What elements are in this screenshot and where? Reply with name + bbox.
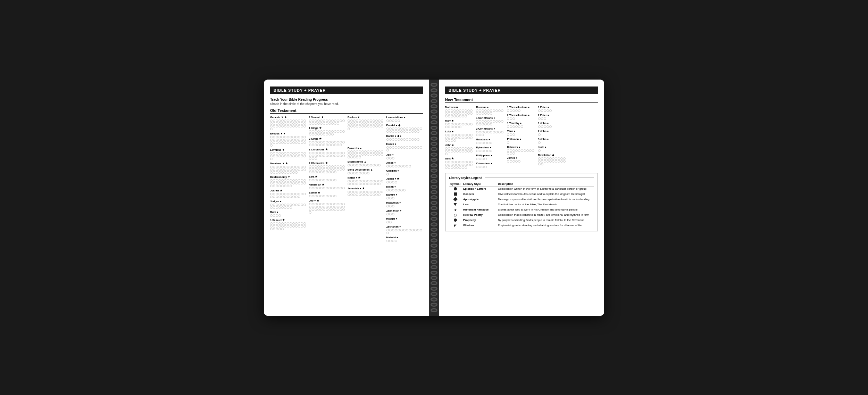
- chapter-circle[interactable]: [292, 125, 295, 127]
- chapter-circle-nt[interactable]: [453, 137, 456, 139]
- chapter-circle-nt[interactable]: [563, 160, 566, 163]
- chapter-circle[interactable]: [278, 152, 281, 155]
- chapter-circle[interactable]: [317, 208, 320, 211]
- chapter-circle[interactable]: [414, 146, 417, 149]
- chapter-circle-nt[interactable]: [512, 152, 515, 155]
- chapter-circle-nt[interactable]: [459, 137, 461, 139]
- chapter-circle[interactable]: [350, 153, 353, 156]
- chapter-circle[interactable]: [323, 179, 325, 181]
- chapter-circle[interactable]: [364, 120, 367, 122]
- chapter-circle[interactable]: [301, 182, 303, 184]
- chapter-circle[interactable]: [342, 208, 345, 211]
- chapter-circle[interactable]: [348, 194, 350, 196]
- chapter-circle[interactable]: [270, 125, 273, 127]
- chapter-circle[interactable]: [292, 136, 295, 138]
- chapter-circle[interactable]: [273, 228, 275, 230]
- chapter-circle-nt[interactable]: [541, 160, 543, 163]
- chapter-circle[interactable]: [359, 180, 361, 182]
- chapter-circle[interactable]: [317, 130, 320, 133]
- chapter-circle-nt[interactable]: [445, 161, 448, 163]
- chapter-circle-nt[interactable]: [512, 133, 515, 136]
- chapter-circle[interactable]: [278, 139, 281, 141]
- chapter-circle[interactable]: [340, 144, 342, 146]
- chapter-circle[interactable]: [331, 130, 334, 133]
- chapter-circle[interactable]: [301, 136, 303, 138]
- chapter-circle-nt[interactable]: [462, 161, 464, 163]
- chapter-circle[interactable]: [281, 185, 284, 187]
- chapter-circle[interactable]: [273, 206, 275, 209]
- chapter-circle[interactable]: [370, 120, 372, 122]
- chapter-circle[interactable]: [378, 153, 381, 156]
- chapter-circle[interactable]: [340, 141, 342, 143]
- chapter-circle[interactable]: [312, 165, 314, 168]
- chapter-circle[interactable]: [281, 222, 284, 225]
- chapter-circle[interactable]: [303, 225, 306, 228]
- chapter-circle[interactable]: [320, 120, 323, 122]
- chapter-circle[interactable]: [337, 187, 339, 189]
- chapter-circle-nt[interactable]: [453, 112, 456, 115]
- chapter-circle[interactable]: [284, 204, 286, 206]
- chapter-circle[interactable]: [389, 127, 392, 130]
- chapter-circle[interactable]: [278, 185, 281, 187]
- chapter-circle[interactable]: [278, 204, 281, 206]
- chapter-circle-nt[interactable]: [495, 109, 498, 112]
- chapter-circle[interactable]: [348, 150, 350, 153]
- chapter-circle-nt[interactable]: [445, 134, 448, 136]
- chapter-circle-nt[interactable]: [541, 157, 543, 160]
- chapter-circle[interactable]: [323, 168, 325, 171]
- chapter-circle-nt[interactable]: [445, 166, 448, 169]
- chapter-circle-nt[interactable]: [445, 147, 448, 150]
- chapter-circle-nt[interactable]: [538, 141, 541, 144]
- chapter-circle[interactable]: [309, 157, 311, 160]
- chapter-circle-nt[interactable]: [445, 137, 448, 139]
- chapter-circle-nt[interactable]: [482, 123, 484, 125]
- chapter-circle[interactable]: [348, 164, 350, 166]
- chapter-circle[interactable]: [290, 120, 292, 122]
- chapter-circle[interactable]: [284, 166, 286, 168]
- chapter-circle-nt[interactable]: [445, 112, 448, 115]
- chapter-circle-nt[interactable]: [498, 131, 501, 133]
- chapter-circle-nt[interactable]: [510, 125, 512, 128]
- chapter-circle[interactable]: [361, 172, 364, 174]
- chapter-circle-nt[interactable]: [451, 150, 453, 153]
- chapter-circle[interactable]: [315, 165, 317, 168]
- chapter-circle[interactable]: [298, 204, 300, 206]
- chapter-circle[interactable]: [392, 240, 394, 242]
- chapter-circle-nt[interactable]: [456, 164, 459, 166]
- chapter-circle[interactable]: [364, 153, 367, 156]
- chapter-circle-nt[interactable]: [546, 160, 549, 163]
- chapter-circle[interactable]: [356, 194, 358, 196]
- chapter-circle[interactable]: [287, 171, 289, 174]
- chapter-circle[interactable]: [292, 204, 295, 206]
- chapter-circle-nt[interactable]: [544, 157, 546, 160]
- chapter-circle[interactable]: [342, 130, 345, 133]
- chapter-circle[interactable]: [364, 125, 367, 127]
- chapter-circle-nt[interactable]: [484, 120, 487, 123]
- chapter-circle-nt[interactable]: [448, 166, 450, 169]
- chapter-circle[interactable]: [281, 125, 284, 127]
- chapter-circle[interactable]: [353, 122, 356, 125]
- chapter-circle[interactable]: [370, 164, 372, 166]
- chapter-circle[interactable]: [328, 133, 331, 135]
- chapter-circle[interactable]: [340, 155, 342, 157]
- chapter-circle[interactable]: [353, 150, 356, 153]
- chapter-circle[interactable]: [295, 193, 298, 195]
- chapter-circle[interactable]: [331, 120, 334, 122]
- chapter-circle[interactable]: [361, 120, 364, 122]
- chapter-circle-nt[interactable]: [465, 134, 467, 136]
- chapter-circle[interactable]: [320, 171, 323, 173]
- chapter-circle[interactable]: [284, 141, 286, 144]
- chapter-circle[interactable]: [317, 133, 320, 135]
- chapter-circle[interactable]: [315, 203, 317, 205]
- chapter-circle[interactable]: [386, 120, 389, 122]
- chapter-circle-nt[interactable]: [470, 161, 473, 163]
- chapter-circle[interactable]: [309, 155, 311, 157]
- chapter-circle[interactable]: [276, 120, 278, 122]
- chapter-circle-nt[interactable]: [546, 157, 549, 160]
- chapter-circle[interactable]: [331, 195, 334, 197]
- chapter-circle-nt[interactable]: [467, 134, 470, 136]
- chapter-circle[interactable]: [287, 168, 289, 171]
- chapter-circle-nt[interactable]: [549, 160, 552, 163]
- chapter-circle[interactable]: [392, 120, 394, 122]
- chapter-circle[interactable]: [370, 180, 372, 182]
